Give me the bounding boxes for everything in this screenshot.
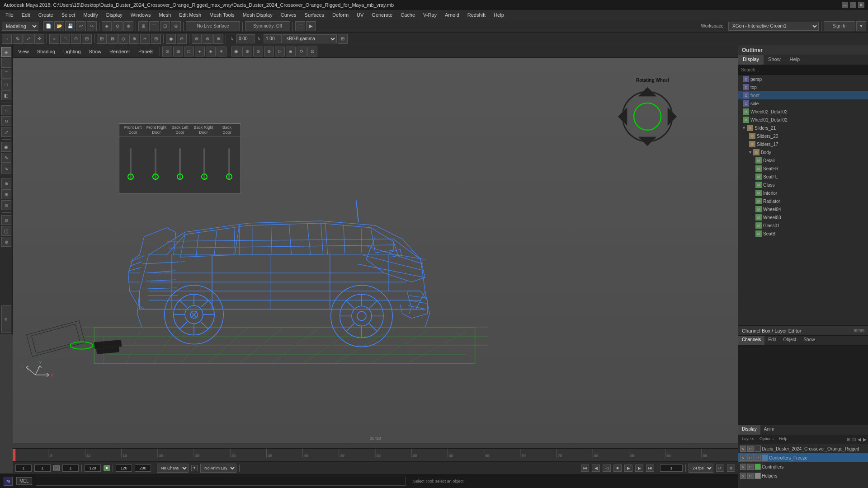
show-menu[interactable]: Show xyxy=(85,48,105,55)
tab-channels[interactable]: Channels xyxy=(738,336,764,345)
tree-item[interactable]: MGlass01 xyxy=(738,221,868,230)
next-frame-btn[interactable]: ▶ xyxy=(635,465,643,472)
rotate-tool-btn[interactable]: ↻ xyxy=(13,34,23,44)
layer-sub-help[interactable]: Help xyxy=(777,436,789,443)
char-set-dropdown[interactable]: No Character Set xyxy=(157,464,189,473)
tab-edit[interactable]: Edit xyxy=(764,336,779,345)
render-region-btn[interactable]: ⬚ xyxy=(295,21,305,31)
vp-xray-btn[interactable]: ⊜ xyxy=(253,47,263,56)
menu-windows[interactable]: Windows xyxy=(127,11,155,19)
layer-p2[interactable]: P xyxy=(755,455,761,461)
prev-frame-btn[interactable]: ◀ xyxy=(592,465,600,472)
menu-curves[interactable]: Curves xyxy=(277,11,300,19)
shading-menu[interactable]: Shading xyxy=(33,48,59,55)
tab-display-layer[interactable]: Display xyxy=(738,425,760,435)
vertex-btn[interactable]: · xyxy=(1,58,11,68)
view-menu[interactable]: View xyxy=(14,48,33,55)
mel-input[interactable] xyxy=(36,477,406,486)
menu-uv[interactable]: UV xyxy=(353,11,367,19)
tab-object[interactable]: Object xyxy=(780,336,800,345)
symmetry2-btn[interactable]: ⊜ xyxy=(177,34,187,44)
slider-track-fl[interactable] xyxy=(130,148,132,180)
menu-display[interactable]: Display xyxy=(103,11,126,19)
layer-p[interactable]: P xyxy=(747,446,754,452)
redo-btn[interactable]: ↪ xyxy=(87,21,97,31)
tree-item[interactable]: Cpersp xyxy=(738,75,868,83)
vp-loop-btn[interactable]: ⟳ xyxy=(297,47,307,56)
menu-deform[interactable]: Deform xyxy=(329,11,352,19)
vp-shade-btn[interactable]: ● xyxy=(195,47,205,56)
layer-row[interactable]: V P Helpers xyxy=(738,471,868,480)
slider-track-fr[interactable] xyxy=(155,148,156,180)
vp-frame-btn[interactable]: ⊡ xyxy=(307,47,317,56)
frame-number-input[interactable] xyxy=(660,465,683,472)
menu-file[interactable]: File xyxy=(2,11,17,19)
tree-item[interactable]: MGlass xyxy=(738,181,868,189)
tree-item[interactable]: MRadiator xyxy=(738,197,868,205)
tree-item[interactable]: MDetail xyxy=(738,156,868,164)
menu-redshift[interactable]: Redshift xyxy=(464,11,489,19)
tumble-btn[interactable]: ⊙ xyxy=(1,200,11,210)
prev-key-btn[interactable]: ⏮ xyxy=(581,465,589,472)
playback-end-input[interactable] xyxy=(135,465,151,472)
minimize-button[interactable]: — xyxy=(842,2,848,8)
vp-select-btn[interactable]: ◉ xyxy=(231,47,241,56)
tree-item[interactable]: MSeatFR xyxy=(738,164,868,173)
snap-point-btn[interactable]: ⊡ xyxy=(160,21,170,31)
anim-pref-btn[interactable]: ⚙ xyxy=(727,465,735,472)
snap-rot-btn[interactable]: ◫ xyxy=(1,226,11,236)
fps-dropdown[interactable]: 24 fps 30 fps xyxy=(689,464,713,473)
layer-btn2[interactable]: ⊡ xyxy=(852,436,856,443)
slider-handle-bl[interactable] xyxy=(177,174,183,180)
undo-btn[interactable]: ↩ xyxy=(76,21,86,31)
layer-p[interactable]: P xyxy=(747,473,754,479)
layer-btn1[interactable]: ⊞ xyxy=(847,436,850,443)
paint-sel-btn[interactable]: ✎ xyxy=(1,153,11,163)
tree-item[interactable]: MWheel02_Detail02 xyxy=(738,108,868,116)
vp-iso-btn[interactable]: ⊛ xyxy=(242,47,252,56)
snap-scale-btn[interactable]: ⊛ xyxy=(1,237,11,247)
scale-left-btn[interactable]: ⤢ xyxy=(1,127,11,137)
menu-vray[interactable]: V-Ray xyxy=(420,11,440,19)
play-fwd-btn[interactable]: ▶ xyxy=(624,465,632,472)
layer-p[interactable]: P xyxy=(747,464,754,470)
sculpt-btn[interactable]: ∿ xyxy=(1,164,11,174)
renderer-menu[interactable]: Renderer xyxy=(106,48,134,55)
multicut-btn[interactable]: ✂ xyxy=(140,34,150,44)
universal-btn[interactable]: ✛ xyxy=(34,34,44,44)
loop-btn[interactable]: ⟳ xyxy=(716,465,724,472)
snap-surface-btn[interactable]: ⊛ xyxy=(171,21,181,31)
maximize-button[interactable]: □ xyxy=(850,2,856,8)
edge-btn[interactable]: ⌒ xyxy=(1,69,11,79)
camera-left-btn[interactable]: ⊕ xyxy=(1,178,11,188)
workspace-dropdown[interactable]: XGen - Interactive Groom1 xyxy=(728,22,819,31)
tree-item[interactable]: Cfront xyxy=(738,91,868,99)
anim-layer-dropdown[interactable]: No Anim Layer xyxy=(200,464,236,473)
menu-edit-mesh[interactable]: Edit Mesh xyxy=(175,11,205,19)
vp-cam-btn[interactable]: ⊙ xyxy=(162,47,172,56)
menu-cache[interactable]: Cache xyxy=(397,11,419,19)
layer-row[interactable]: V P P Controllers_Freeze xyxy=(738,453,868,462)
menu-create[interactable]: Create xyxy=(35,11,57,19)
tab-show-cb[interactable]: Show xyxy=(800,336,818,345)
menu-surfaces[interactable]: Surfaces xyxy=(301,11,328,19)
cb-icon2[interactable]: ⊡ xyxy=(857,328,861,333)
layer-p[interactable]: P xyxy=(747,455,754,461)
combine-btn[interactable]: ⊕ xyxy=(129,34,139,44)
ortho-btn[interactable]: ⊞ xyxy=(1,189,11,199)
slider-track-br[interactable] xyxy=(203,148,205,180)
scale-tool-btn[interactable]: ⤢ xyxy=(24,34,33,44)
soft-select-btn[interactable]: ◉ xyxy=(166,34,176,44)
layer-vis[interactable]: V xyxy=(740,446,746,452)
menu-help[interactable]: Help xyxy=(490,11,508,19)
current-frame-input[interactable] xyxy=(34,465,51,472)
tree-item[interactable]: MSeatFL xyxy=(738,173,868,181)
vp-play-btn[interactable]: ▷ xyxy=(275,47,285,56)
paint-btn[interactable]: ⊕ xyxy=(123,21,133,31)
slider-track-bl[interactable] xyxy=(179,148,181,180)
vp-tex-btn[interactable]: ◈ xyxy=(206,47,216,56)
constraint-btn[interactable]: ⊗ xyxy=(192,34,202,44)
tree-item[interactable]: GSliders_17 xyxy=(738,140,868,148)
layer-sub-options[interactable]: Options xyxy=(758,436,775,443)
stop-btn[interactable]: ■ xyxy=(613,465,622,472)
